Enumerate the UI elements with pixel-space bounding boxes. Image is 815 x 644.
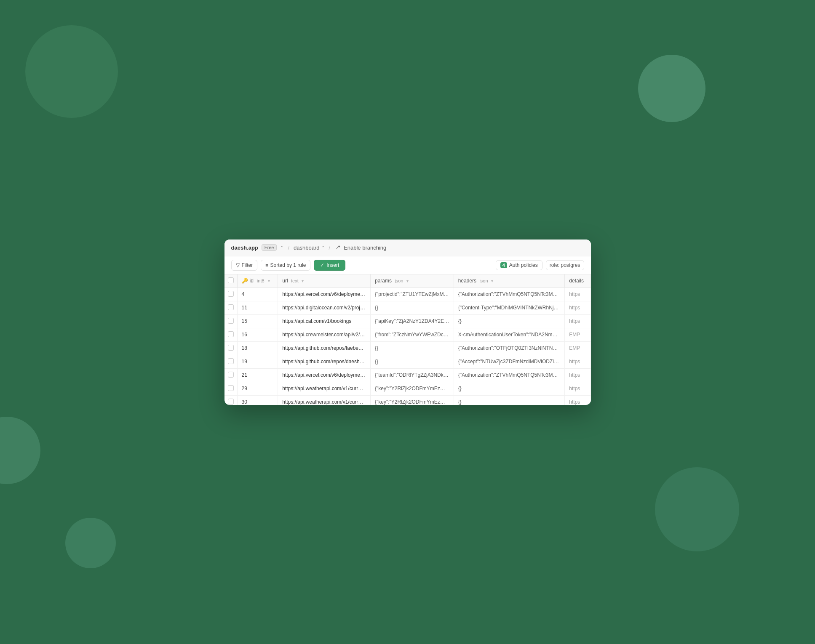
row-details-5: https (565, 355, 591, 368)
row-details-7: https (565, 382, 591, 395)
insert-label: Insert (326, 262, 339, 268)
row-checkbox-box-7[interactable] (228, 385, 234, 391)
row-headers-2: {} (454, 314, 565, 328)
row-checkbox-box-8[interactable] (228, 399, 234, 404)
row-id-2: 15 (237, 314, 278, 328)
header-checkbox[interactable] (228, 277, 234, 283)
col-params[interactable]: params json ▾ (370, 274, 454, 288)
row-url-8: https://api.weatherapi.com/v1/current.js… (278, 395, 371, 405)
row-headers-7: {} (454, 382, 565, 395)
row-params-6: {"teamId":"ODRlYTg2ZjA3NDkwMTUyYzI (370, 368, 454, 382)
col-params-label: params (375, 278, 392, 284)
toolbar: ▽ Filter ≡ Sorted by 1 rule ✓ Insert 4 A… (224, 256, 591, 274)
col-headers-type: json (479, 278, 488, 283)
row-checkbox-box-1[interactable] (228, 304, 234, 310)
app-name[interactable]: daesh.app (231, 245, 258, 251)
row-checkbox-box-3[interactable] (228, 331, 234, 337)
row-checkbox-3[interactable] (224, 328, 238, 341)
row-checkbox-2[interactable] (224, 314, 238, 328)
auth-label: Auth policies (509, 262, 538, 268)
row-id-7: 29 (237, 382, 278, 395)
row-details-0: https (565, 287, 591, 301)
row-url-0: https://api.vercel.com/v6/deployments (278, 287, 371, 301)
row-checkbox-5[interactable] (224, 355, 238, 368)
row-checkbox-6[interactable] (224, 368, 238, 382)
row-url-4: https://api.github.com/repos/faebeee/das (278, 341, 371, 355)
table-row[interactable]: 16 https://api.crewmeister.com/api/v2/cr… (224, 328, 591, 341)
col-headers-arrow: ▾ (491, 279, 493, 283)
chevron-icon-1: ⌃ (280, 245, 283, 250)
table-row[interactable]: 29 https://api.weatherapi.com/v1/current… (224, 382, 591, 395)
col-url-arrow: ▾ (302, 279, 304, 283)
table-row[interactable]: 30 https://api.weatherapi.com/v1/current… (224, 395, 591, 405)
row-params-4: {} (370, 341, 454, 355)
row-checkbox-box-4[interactable] (228, 345, 234, 351)
row-id-4: 18 (237, 341, 278, 355)
row-url-6: https://api.vercel.com/v6/deployments (278, 368, 371, 382)
row-checkbox-7[interactable] (224, 382, 238, 395)
row-headers-0: {"Authorization":"ZTVhMmQ5NTQ5NTc3MTFiZW… (454, 287, 565, 301)
project-link[interactable]: dashboard ⌃ (294, 245, 324, 251)
row-checkbox-8[interactable] (224, 395, 238, 405)
auth-policies-badge[interactable]: 4 Auth policies (496, 260, 542, 270)
role-badge: role: postgres (546, 260, 584, 270)
row-checkbox-box-5[interactable] (228, 358, 234, 364)
row-id-5: 19 (237, 355, 278, 368)
branch-label[interactable]: Enable branching (344, 245, 386, 251)
col-url[interactable]: url text ▾ (278, 274, 371, 288)
data-table: 🔑 id int8 ▾ url text ▾ params json (224, 274, 591, 405)
col-id[interactable]: 🔑 id int8 ▾ (237, 274, 278, 288)
row-checkbox-0[interactable] (224, 287, 238, 301)
row-url-3: https://api.crewmeister.com/api/v2/crew/ (278, 328, 371, 341)
row-headers-5: {"Accept":"NTUwZjc3ZDFmNzdiMDViODZiYTg3O… (454, 355, 565, 368)
row-params-3: {"from":"ZTczNmYwYWEwZDcyNjIyNjU2 (370, 328, 454, 341)
row-details-4: EMP (565, 341, 591, 355)
toolbar-right: 4 Auth policies role: postgres (496, 260, 584, 270)
row-checkbox-box-0[interactable] (228, 291, 234, 297)
row-params-7: {"key":"Y2RlZjk2ODFmYmEzMjJkOGNkN (370, 382, 454, 395)
filter-label: Filter (242, 262, 253, 268)
row-params-5: {} (370, 355, 454, 368)
col-id-arrow: ▾ (268, 279, 270, 283)
col-checkbox (224, 274, 238, 288)
bg-decoration-5 (0, 417, 40, 484)
row-details-6: https (565, 368, 591, 382)
auth-count: 4 (500, 262, 507, 268)
col-headers[interactable]: headers json ▾ (454, 274, 565, 288)
col-params-type: json (395, 278, 403, 283)
branch-icon: ⎇ (334, 245, 340, 250)
row-headers-8: {} (454, 395, 565, 405)
col-params-arrow: ▾ (406, 279, 409, 283)
row-params-0: {"projectid":"ZTU1YTEwZjMxMzJlOWQ1Y (370, 287, 454, 301)
row-id-3: 16 (237, 328, 278, 341)
table-row[interactable]: 18 https://api.github.com/repos/faebeee/… (224, 341, 591, 355)
bg-decoration-2 (638, 55, 705, 122)
table-row[interactable]: 11 https://api.digitalocean.com/v2/proje… (224, 301, 591, 314)
sort-button[interactable]: ≡ Sorted by 1 rule (261, 260, 310, 271)
sort-icon: ≡ (265, 263, 268, 268)
insert-icon: ✓ (320, 262, 324, 268)
row-checkbox-1[interactable] (224, 301, 238, 314)
row-checkbox-box-6[interactable] (228, 372, 234, 378)
filter-button[interactable]: ▽ Filter (231, 260, 258, 271)
bg-decoration-1 (25, 25, 118, 118)
table-row[interactable]: 15 https://api.cal.com/v1/bookings {"api… (224, 314, 591, 328)
row-id-0: 4 (237, 287, 278, 301)
role-label: role: postgres (550, 262, 580, 268)
row-headers-1: {"Content-Type":"MDhiMGVINTNkZWRhNjc3OGF… (454, 301, 565, 314)
chevron-icon-2: ⌃ (321, 245, 325, 250)
col-headers-label: headers (458, 278, 476, 284)
col-id-type: int8 (257, 278, 265, 283)
col-details[interactable]: details (565, 274, 591, 288)
table-row[interactable]: 19 https://api.github.com/repos/daesh-ap… (224, 355, 591, 368)
col-id-label: id (250, 278, 254, 284)
data-table-container[interactable]: 🔑 id int8 ▾ url text ▾ params json (224, 274, 591, 405)
table-row[interactable]: 21 https://api.vercel.com/v6/deployments… (224, 368, 591, 382)
insert-button[interactable]: ✓ Insert (314, 260, 345, 271)
table-row[interactable]: 4 https://api.vercel.com/v6/deployments … (224, 287, 591, 301)
separator-1: / (288, 245, 289, 251)
row-checkbox-4[interactable] (224, 341, 238, 355)
row-params-1: {} (370, 301, 454, 314)
row-checkbox-box-2[interactable] (228, 318, 234, 324)
sort-label: Sorted by 1 rule (270, 262, 306, 268)
